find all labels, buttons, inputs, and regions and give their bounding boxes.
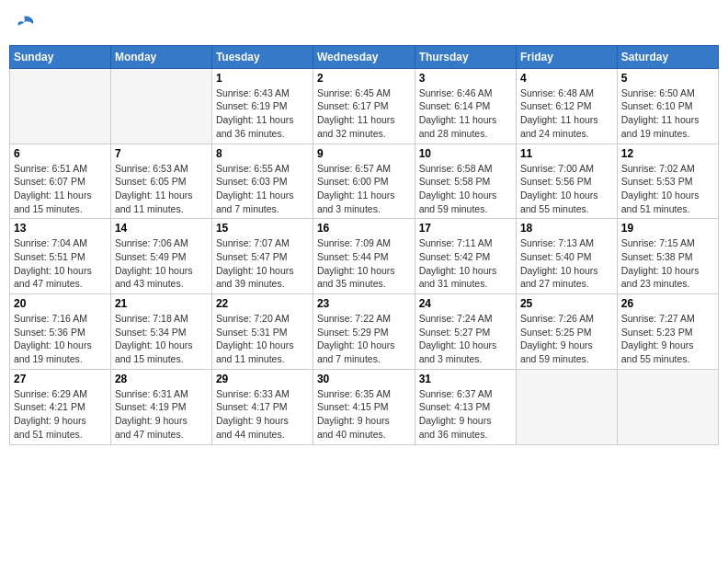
day-number: 25 [520, 297, 613, 310]
calendar-week-4: 20Sunrise: 7:16 AMSunset: 5:36 PMDayligh… [10, 294, 719, 370]
cell-content: Sunrise: 7:27 AMSunset: 5:23 PMDaylight:… [621, 312, 714, 366]
day-number: 20 [14, 297, 107, 310]
day-number: 29 [216, 373, 309, 385]
weekday-header-thursday: Thursday [415, 45, 516, 68]
day-number: 12 [621, 147, 714, 160]
day-number: 1 [216, 72, 309, 85]
calendar-cell: 8Sunrise: 6:55 AMSunset: 6:03 PMDaylight… [211, 144, 313, 219]
cell-content: Sunrise: 7:22 AMSunset: 5:29 PMDaylight:… [317, 312, 411, 366]
calendar-week-3: 13Sunrise: 7:04 AMSunset: 5:51 PMDayligh… [10, 219, 719, 294]
weekday-header-row: SundayMondayTuesdayWednesdayThursdayFrid… [10, 45, 719, 68]
weekday-header-monday: Monday [110, 45, 211, 68]
day-number: 24 [419, 297, 512, 310]
cell-content: Sunrise: 7:11 AMSunset: 5:42 PMDaylight:… [419, 236, 512, 291]
day-number: 18 [520, 222, 613, 235]
cell-content: Sunrise: 7:24 AMSunset: 5:27 PMDaylight:… [419, 312, 512, 366]
day-number: 14 [115, 222, 208, 235]
day-number: 22 [216, 297, 309, 310]
calendar-cell: 20Sunrise: 7:16 AMSunset: 5:36 PMDayligh… [10, 294, 111, 370]
calendar-cell: 14Sunrise: 7:06 AMSunset: 5:49 PMDayligh… [110, 219, 211, 294]
logo [9, 13, 37, 40]
calendar-cell: 30Sunrise: 6:35 AMSunset: 4:15 PMDayligh… [313, 369, 415, 444]
day-number: 17 [419, 222, 512, 235]
calendar-cell: 11Sunrise: 7:00 AMSunset: 5:56 PMDayligh… [516, 144, 617, 219]
cell-content: Sunrise: 7:15 AMSunset: 5:38 PMDaylight:… [621, 236, 714, 291]
day-number: 28 [115, 373, 208, 385]
calendar-cell: 17Sunrise: 7:11 AMSunset: 5:42 PMDayligh… [415, 219, 516, 294]
calendar-cell: 4Sunrise: 6:48 AMSunset: 6:12 PMDaylight… [516, 68, 617, 144]
day-number: 19 [621, 222, 714, 235]
day-number: 5 [621, 72, 714, 85]
cell-content: Sunrise: 7:06 AMSunset: 5:49 PMDaylight:… [115, 236, 208, 291]
calendar-cell: 1Sunrise: 6:43 AMSunset: 6:19 PMDaylight… [211, 68, 313, 144]
calendar-cell: 28Sunrise: 6:31 AMSunset: 4:19 PMDayligh… [110, 369, 211, 444]
calendar-week-2: 6Sunrise: 6:51 AMSunset: 6:07 PMDaylight… [10, 144, 719, 219]
calendar-cell: 29Sunrise: 6:33 AMSunset: 4:17 PMDayligh… [211, 369, 313, 444]
cell-content: Sunrise: 6:35 AMSunset: 4:15 PMDaylight:… [317, 387, 411, 442]
calendar-cell: 26Sunrise: 7:27 AMSunset: 5:23 PMDayligh… [617, 294, 718, 370]
cell-content: Sunrise: 7:26 AMSunset: 5:25 PMDaylight:… [520, 312, 613, 366]
cell-content: Sunrise: 7:00 AMSunset: 5:56 PMDaylight:… [520, 162, 613, 216]
calendar-cell: 7Sunrise: 6:53 AMSunset: 6:05 PMDaylight… [110, 144, 211, 219]
calendar-cell: 19Sunrise: 7:15 AMSunset: 5:38 PMDayligh… [617, 219, 718, 294]
day-number: 7 [115, 147, 208, 160]
cell-content: Sunrise: 6:58 AMSunset: 5:58 PMDaylight:… [419, 162, 512, 216]
calendar-cell: 13Sunrise: 7:04 AMSunset: 5:51 PMDayligh… [10, 219, 111, 294]
calendar-cell: 9Sunrise: 6:57 AMSunset: 6:00 PMDaylight… [313, 144, 415, 219]
cell-content: Sunrise: 7:20 AMSunset: 5:31 PMDaylight:… [216, 312, 309, 366]
calendar-cell: 25Sunrise: 7:26 AMSunset: 5:25 PMDayligh… [516, 294, 617, 370]
cell-content: Sunrise: 7:13 AMSunset: 5:40 PMDaylight:… [520, 236, 613, 291]
cell-content: Sunrise: 7:09 AMSunset: 5:44 PMDaylight:… [317, 236, 411, 291]
day-number: 13 [14, 222, 107, 235]
calendar-cell: 23Sunrise: 7:22 AMSunset: 5:29 PMDayligh… [313, 294, 415, 370]
calendar-cell: 22Sunrise: 7:20 AMSunset: 5:31 PMDayligh… [211, 294, 313, 370]
calendar-cell: 2Sunrise: 6:45 AMSunset: 6:17 PMDaylight… [313, 68, 415, 144]
cell-content: Sunrise: 6:53 AMSunset: 6:05 PMDaylight:… [115, 162, 208, 216]
cell-content: Sunrise: 6:31 AMSunset: 4:19 PMDaylight:… [115, 387, 208, 442]
day-number: 31 [419, 373, 512, 385]
calendar-week-1: 1Sunrise: 6:43 AMSunset: 6:19 PMDaylight… [10, 68, 719, 144]
calendar-cell [617, 369, 718, 444]
cell-content: Sunrise: 6:48 AMSunset: 6:12 PMDaylight:… [520, 86, 613, 141]
cell-content: Sunrise: 7:02 AMSunset: 5:53 PMDaylight:… [621, 162, 714, 216]
calendar-cell: 21Sunrise: 7:18 AMSunset: 5:34 PMDayligh… [110, 294, 211, 370]
calendar-cell: 18Sunrise: 7:13 AMSunset: 5:40 PMDayligh… [516, 219, 617, 294]
cell-content: Sunrise: 6:33 AMSunset: 4:17 PMDaylight:… [216, 387, 309, 442]
calendar-cell: 27Sunrise: 6:29 AMSunset: 4:21 PMDayligh… [10, 369, 111, 444]
day-number: 23 [317, 297, 411, 310]
day-number: 8 [216, 147, 309, 160]
cell-content: Sunrise: 6:55 AMSunset: 6:03 PMDaylight:… [216, 162, 309, 216]
cell-content: Sunrise: 7:04 AMSunset: 5:51 PMDaylight:… [14, 236, 107, 291]
weekday-header-tuesday: Tuesday [211, 45, 313, 68]
header [9, 9, 719, 40]
logo-bird-icon [11, 13, 37, 39]
calendar-cell: 31Sunrise: 6:37 AMSunset: 4:13 PMDayligh… [415, 369, 516, 444]
calendar-cell: 24Sunrise: 7:24 AMSunset: 5:27 PMDayligh… [415, 294, 516, 370]
cell-content: Sunrise: 6:29 AMSunset: 4:21 PMDaylight:… [14, 387, 107, 442]
calendar-cell: 16Sunrise: 7:09 AMSunset: 5:44 PMDayligh… [313, 219, 415, 294]
calendar-table: SundayMondayTuesdayWednesdayThursdayFrid… [9, 45, 719, 445]
cell-content: Sunrise: 6:57 AMSunset: 6:00 PMDaylight:… [317, 162, 411, 216]
day-number: 27 [14, 373, 107, 385]
calendar-cell [10, 68, 111, 144]
calendar-cell [110, 68, 211, 144]
calendar-week-5: 27Sunrise: 6:29 AMSunset: 4:21 PMDayligh… [10, 369, 719, 444]
day-number: 3 [419, 72, 512, 85]
cell-content: Sunrise: 7:16 AMSunset: 5:36 PMDaylight:… [14, 312, 107, 366]
day-number: 6 [14, 147, 107, 160]
weekday-header-saturday: Saturday [617, 45, 718, 68]
calendar-cell: 5Sunrise: 6:50 AMSunset: 6:10 PMDaylight… [617, 68, 718, 144]
calendar-cell: 15Sunrise: 7:07 AMSunset: 5:47 PMDayligh… [211, 219, 313, 294]
day-number: 2 [317, 72, 411, 85]
day-number: 11 [520, 147, 613, 160]
cell-content: Sunrise: 7:07 AMSunset: 5:47 PMDaylight:… [216, 236, 309, 291]
weekday-header-wednesday: Wednesday [313, 45, 415, 68]
calendar-cell: 10Sunrise: 6:58 AMSunset: 5:58 PMDayligh… [415, 144, 516, 219]
cell-content: Sunrise: 6:43 AMSunset: 6:19 PMDaylight:… [216, 86, 309, 141]
day-number: 26 [621, 297, 714, 310]
cell-content: Sunrise: 6:46 AMSunset: 6:14 PMDaylight:… [419, 86, 512, 141]
cell-content: Sunrise: 6:50 AMSunset: 6:10 PMDaylight:… [621, 86, 714, 141]
cell-content: Sunrise: 7:18 AMSunset: 5:34 PMDaylight:… [115, 312, 208, 366]
calendar-cell [516, 369, 617, 444]
day-number: 9 [317, 147, 411, 160]
